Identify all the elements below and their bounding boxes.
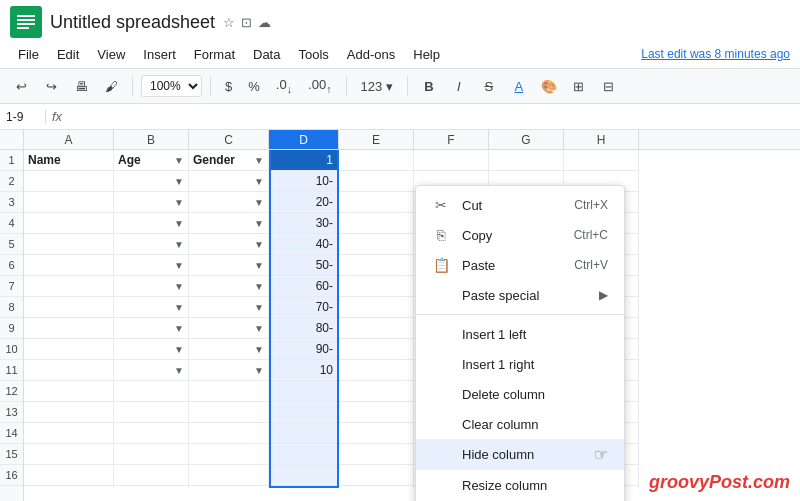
cell-c14[interactable] xyxy=(189,423,268,444)
cell-a6[interactable] xyxy=(24,255,113,276)
row-num-1[interactable]: 1 xyxy=(0,150,23,171)
cell-b7[interactable]: ▼ xyxy=(114,276,188,297)
cell-a1[interactable]: Name xyxy=(24,150,113,171)
percent-button[interactable]: % xyxy=(242,77,266,96)
cell-d7[interactable]: 60- xyxy=(271,276,337,297)
cell-d11[interactable]: 10 xyxy=(271,360,337,381)
cell-a10[interactable] xyxy=(24,339,113,360)
cell-b6[interactable]: ▼ xyxy=(114,255,188,276)
col-header-e[interactable]: E xyxy=(339,130,414,149)
menu-data[interactable]: Data xyxy=(245,43,288,66)
cell-a4[interactable] xyxy=(24,213,113,234)
cell-e4[interactable] xyxy=(339,213,413,234)
cell-d12[interactable] xyxy=(271,381,337,402)
row-num-5[interactable]: 5 xyxy=(0,234,23,255)
col-header-h[interactable]: H xyxy=(564,130,639,149)
row-num-2[interactable]: 2 xyxy=(0,171,23,192)
ctx-cut[interactable]: ✂ Cut Ctrl+X xyxy=(416,190,624,220)
ctx-copy[interactable]: ⎘ Copy Ctrl+C xyxy=(416,220,624,250)
cell-e15[interactable] xyxy=(339,444,413,465)
row-num-4[interactable]: 4 xyxy=(0,213,23,234)
menu-view[interactable]: View xyxy=(89,43,133,66)
col-header-c[interactable]: C xyxy=(189,130,269,149)
bold-button[interactable]: B xyxy=(416,73,442,99)
cell-a2[interactable] xyxy=(24,171,113,192)
cell-c6[interactable]: ▼ xyxy=(189,255,268,276)
cell-a8[interactable] xyxy=(24,297,113,318)
row-num-7[interactable]: 7 xyxy=(0,276,23,297)
cell-c9[interactable]: ▼ xyxy=(189,318,268,339)
cell-a11[interactable] xyxy=(24,360,113,381)
cell-a5[interactable] xyxy=(24,234,113,255)
cell-d13[interactable] xyxy=(271,402,337,423)
undo-button[interactable]: ↩ xyxy=(8,73,34,99)
cell-c7[interactable]: ▼ xyxy=(189,276,268,297)
cell-a13[interactable] xyxy=(24,402,113,423)
cell-c4[interactable]: ▼ xyxy=(189,213,268,234)
row-num-10[interactable]: 10 xyxy=(0,339,23,360)
cell-c13[interactable] xyxy=(189,402,268,423)
cell-d15[interactable] xyxy=(271,444,337,465)
menu-help[interactable]: Help xyxy=(405,43,448,66)
redo-button[interactable]: ↪ xyxy=(38,73,64,99)
row-num-9[interactable]: 9 xyxy=(0,318,23,339)
ctx-delete-column[interactable]: Delete column xyxy=(416,379,624,409)
cell-b9[interactable]: ▼ xyxy=(114,318,188,339)
folder-icon[interactable]: ⊡ xyxy=(241,15,252,30)
cell-e13[interactable] xyxy=(339,402,413,423)
cell-e9[interactable] xyxy=(339,318,413,339)
cell-b13[interactable] xyxy=(114,402,188,423)
cell-c12[interactable] xyxy=(189,381,268,402)
cell-b10[interactable]: ▼ xyxy=(114,339,188,360)
strikethrough-button[interactable]: S xyxy=(476,73,502,99)
cell-e2[interactable] xyxy=(339,171,413,192)
cell-h1[interactable] xyxy=(564,150,638,171)
cell-b2[interactable]: ▼ xyxy=(114,171,188,192)
menu-insert[interactable]: Insert xyxy=(135,43,184,66)
cell-d14[interactable] xyxy=(271,423,337,444)
ctx-insert-right[interactable]: Insert 1 right xyxy=(416,349,624,379)
cell-b15[interactable] xyxy=(114,444,188,465)
ctx-insert-left[interactable]: Insert 1 left xyxy=(416,319,624,349)
cell-a9[interactable] xyxy=(24,318,113,339)
menu-addons[interactable]: Add-ons xyxy=(339,43,403,66)
cell-b14[interactable] xyxy=(114,423,188,444)
italic-button[interactable]: I xyxy=(446,73,472,99)
more-formats-button[interactable]: 123 ▾ xyxy=(355,77,399,96)
cell-b12[interactable] xyxy=(114,381,188,402)
row-num-3[interactable]: 3 xyxy=(0,192,23,213)
cell-f1[interactable] xyxy=(414,150,488,171)
ctx-paste-special[interactable]: Paste special ▶ xyxy=(416,280,624,310)
cell-c8[interactable]: ▼ xyxy=(189,297,268,318)
cell-d3[interactable]: 20- xyxy=(271,192,337,213)
cell-d1[interactable]: 1 xyxy=(271,150,337,171)
currency-button[interactable]: $ xyxy=(219,77,238,96)
cell-a7[interactable] xyxy=(24,276,113,297)
text-color-button[interactable]: A xyxy=(506,73,532,99)
cell-c16[interactable] xyxy=(189,465,268,486)
cell-e6[interactable] xyxy=(339,255,413,276)
cell-d10[interactable]: 90- xyxy=(271,339,337,360)
cell-d6[interactable]: 50- xyxy=(271,255,337,276)
cell-e16[interactable] xyxy=(339,465,413,486)
cell-d16[interactable] xyxy=(271,465,337,486)
row-num-16[interactable]: 16 xyxy=(0,465,23,486)
cell-a3[interactable] xyxy=(24,192,113,213)
cell-e5[interactable] xyxy=(339,234,413,255)
cell-e3[interactable] xyxy=(339,192,413,213)
cell-b3[interactable]: ▼ xyxy=(114,192,188,213)
cell-e14[interactable] xyxy=(339,423,413,444)
cell-b5[interactable]: ▼ xyxy=(114,234,188,255)
merge-button[interactable]: ⊟ xyxy=(596,73,622,99)
cell-d5[interactable]: 40- xyxy=(271,234,337,255)
row-num-14[interactable]: 14 xyxy=(0,423,23,444)
cell-c5[interactable]: ▼ xyxy=(189,234,268,255)
cloud-icon[interactable]: ☁ xyxy=(258,15,271,30)
cell-d4[interactable]: 30- xyxy=(271,213,337,234)
cell-e11[interactable] xyxy=(339,360,413,381)
cell-b8[interactable]: ▼ xyxy=(114,297,188,318)
print-button[interactable]: 🖶 xyxy=(68,73,94,99)
cell-e7[interactable] xyxy=(339,276,413,297)
row-num-8[interactable]: 8 xyxy=(0,297,23,318)
cell-c15[interactable] xyxy=(189,444,268,465)
